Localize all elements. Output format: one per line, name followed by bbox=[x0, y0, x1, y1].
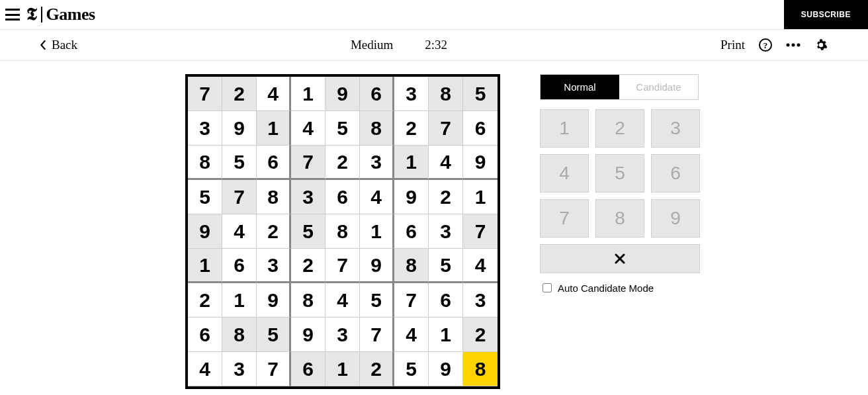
keypad-2[interactable]: 2 bbox=[595, 109, 644, 148]
keypad-8[interactable]: 8 bbox=[595, 199, 644, 238]
sudoku-cell[interactable]: 8 bbox=[257, 180, 291, 214]
sudoku-cell[interactable]: 7 bbox=[188, 77, 222, 111]
sudoku-cell[interactable]: 5 bbox=[222, 146, 257, 180]
sudoku-cell[interactable]: 1 bbox=[429, 318, 463, 352]
sudoku-cell[interactable]: 5 bbox=[429, 249, 463, 283]
keypad-9[interactable]: 9 bbox=[651, 199, 700, 238]
sudoku-cell[interactable]: 8 bbox=[463, 352, 498, 386]
mode-tab-normal[interactable]: Normal bbox=[541, 75, 619, 99]
back-button[interactable]: Back bbox=[38, 38, 77, 52]
erase-button[interactable] bbox=[540, 244, 700, 273]
keypad-1[interactable]: 1 bbox=[540, 109, 589, 148]
sudoku-cell[interactable]: 5 bbox=[394, 352, 429, 386]
help-icon[interactable]: ? bbox=[758, 38, 773, 52]
sudoku-cell[interactable]: 3 bbox=[291, 180, 326, 214]
auto-candidate-toggle[interactable]: Auto Candidate Mode bbox=[540, 281, 699, 294]
sudoku-cell[interactable]: 9 bbox=[394, 180, 429, 214]
sudoku-cell[interactable]: 7 bbox=[360, 318, 394, 352]
more-icon[interactable] bbox=[786, 38, 801, 52]
sudoku-cell[interactable]: 9 bbox=[188, 214, 222, 249]
sudoku-cell[interactable]: 4 bbox=[291, 111, 326, 146]
sudoku-cell[interactable]: 2 bbox=[257, 214, 291, 249]
sudoku-cell[interactable]: 6 bbox=[394, 214, 429, 249]
sudoku-cell[interactable]: 6 bbox=[463, 111, 498, 146]
sudoku-cell[interactable]: 6 bbox=[326, 180, 360, 214]
sudoku-cell[interactable]: 2 bbox=[394, 111, 429, 146]
sudoku-cell[interactable]: 5 bbox=[257, 318, 291, 352]
sudoku-cell[interactable]: 8 bbox=[222, 318, 257, 352]
sudoku-cell[interactable]: 6 bbox=[429, 283, 463, 318]
settings-gear-icon[interactable] bbox=[814, 38, 828, 52]
sudoku-cell[interactable]: 8 bbox=[394, 249, 429, 283]
sudoku-cell[interactable]: 3 bbox=[257, 249, 291, 283]
sudoku-cell[interactable]: 7 bbox=[326, 249, 360, 283]
sudoku-cell[interactable]: 4 bbox=[326, 283, 360, 318]
sudoku-cell[interactable]: 2 bbox=[463, 318, 498, 352]
sudoku-cell[interactable]: 4 bbox=[222, 214, 257, 249]
sudoku-cell[interactable]: 2 bbox=[326, 146, 360, 180]
sudoku-cell[interactable]: 5 bbox=[188, 180, 222, 214]
sudoku-cell[interactable]: 2 bbox=[360, 352, 394, 386]
sudoku-cell[interactable]: 4 bbox=[360, 180, 394, 214]
print-link[interactable]: Print bbox=[720, 38, 745, 52]
sudoku-cell[interactable]: 7 bbox=[257, 352, 291, 386]
sudoku-cell[interactable]: 8 bbox=[326, 214, 360, 249]
sudoku-cell[interactable]: 6 bbox=[257, 146, 291, 180]
sudoku-cell[interactable]: 9 bbox=[257, 283, 291, 318]
keypad-7[interactable]: 7 bbox=[540, 199, 589, 238]
sudoku-cell[interactable]: 9 bbox=[222, 111, 257, 146]
sudoku-cell[interactable]: 5 bbox=[463, 77, 498, 111]
sudoku-cell[interactable]: 3 bbox=[463, 283, 498, 318]
keypad-3[interactable]: 3 bbox=[651, 109, 700, 148]
sudoku-cell[interactable]: 2 bbox=[291, 249, 326, 283]
sudoku-cell[interactable]: 9 bbox=[429, 352, 463, 386]
keypad-4[interactable]: 4 bbox=[540, 154, 589, 193]
sudoku-cell[interactable]: 1 bbox=[222, 283, 257, 318]
sudoku-cell[interactable]: 3 bbox=[326, 318, 360, 352]
sudoku-cell[interactable]: 3 bbox=[188, 111, 222, 146]
sudoku-cell[interactable]: 1 bbox=[291, 77, 326, 111]
sudoku-cell[interactable]: 6 bbox=[188, 318, 222, 352]
sudoku-cell[interactable]: 3 bbox=[429, 214, 463, 249]
sudoku-cell[interactable]: 7 bbox=[291, 146, 326, 180]
sudoku-cell[interactable]: 3 bbox=[360, 146, 394, 180]
sudoku-cell[interactable]: 1 bbox=[257, 111, 291, 146]
subscribe-button[interactable]: SUBSCRIBE bbox=[784, 0, 868, 29]
sudoku-cell[interactable]: 4 bbox=[188, 352, 222, 386]
sudoku-cell[interactable]: 2 bbox=[222, 77, 257, 111]
sudoku-cell[interactable]: 6 bbox=[222, 249, 257, 283]
sudoku-cell[interactable]: 9 bbox=[360, 249, 394, 283]
sudoku-cell[interactable]: 7 bbox=[394, 283, 429, 318]
sudoku-cell[interactable]: 1 bbox=[394, 146, 429, 180]
sudoku-cell[interactable]: 2 bbox=[429, 180, 463, 214]
sudoku-cell[interactable]: 5 bbox=[291, 214, 326, 249]
sudoku-cell[interactable]: 9 bbox=[326, 77, 360, 111]
sudoku-cell[interactable]: 5 bbox=[360, 283, 394, 318]
sudoku-cell[interactable]: 6 bbox=[291, 352, 326, 386]
sudoku-cell[interactable]: 3 bbox=[222, 352, 257, 386]
sudoku-cell[interactable]: 2 bbox=[188, 283, 222, 318]
sudoku-cell[interactable]: 8 bbox=[188, 146, 222, 180]
keypad-5[interactable]: 5 bbox=[595, 154, 644, 193]
sudoku-cell[interactable]: 9 bbox=[463, 146, 498, 180]
sudoku-cell[interactable]: 8 bbox=[360, 111, 394, 146]
sudoku-cell[interactable]: 1 bbox=[463, 180, 498, 214]
mode-tab-candidate[interactable]: Candidate bbox=[619, 75, 698, 99]
sudoku-cell[interactable]: 8 bbox=[429, 77, 463, 111]
sudoku-cell[interactable]: 1 bbox=[188, 249, 222, 283]
sudoku-cell[interactable]: 7 bbox=[429, 111, 463, 146]
sudoku-cell[interactable]: 6 bbox=[360, 77, 394, 111]
hamburger-menu-icon[interactable] bbox=[5, 9, 20, 21]
auto-candidate-checkbox[interactable] bbox=[542, 283, 552, 292]
sudoku-cell[interactable]: 7 bbox=[463, 214, 498, 249]
sudoku-cell[interactable]: 9 bbox=[291, 318, 326, 352]
sudoku-cell[interactable]: 8 bbox=[291, 283, 326, 318]
sudoku-cell[interactable]: 5 bbox=[326, 111, 360, 146]
sudoku-cell[interactable]: 1 bbox=[360, 214, 394, 249]
sudoku-cell[interactable]: 4 bbox=[257, 77, 291, 111]
sudoku-cell[interactable]: 7 bbox=[222, 180, 257, 214]
brand-logo[interactable]: 𝕿 Games bbox=[26, 5, 95, 24]
sudoku-cell[interactable]: 4 bbox=[394, 318, 429, 352]
sudoku-cell[interactable]: 3 bbox=[394, 77, 429, 111]
sudoku-cell[interactable]: 1 bbox=[326, 352, 360, 386]
